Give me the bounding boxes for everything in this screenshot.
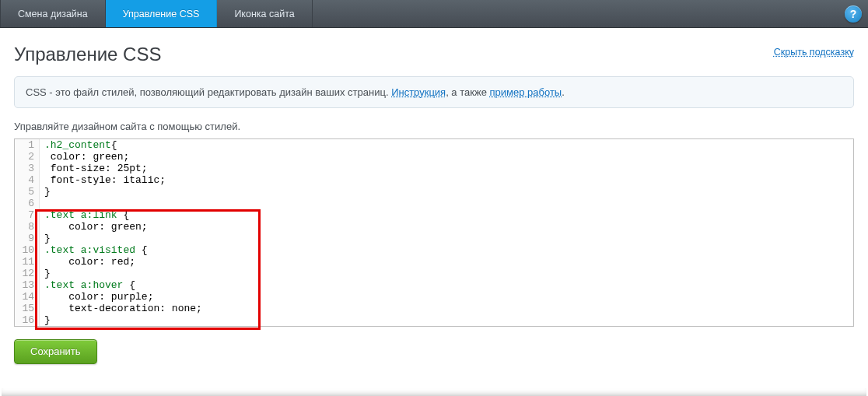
help-glyph: ? — [850, 8, 857, 20]
code-content[interactable]: .text a:hover { — [40, 279, 135, 291]
line-number: 10 — [15, 244, 40, 256]
code-content[interactable]: color: green; — [40, 221, 148, 233]
tab-label: Смена дизайна — [18, 9, 88, 19]
info-box: CSS - это файл стилей, позволяющий редак… — [14, 76, 854, 108]
code-content[interactable]: } — [40, 314, 51, 326]
page-content: Управление CSS Скрыть подсказку CSS - эт… — [0, 28, 868, 378]
line-number: 1 — [15, 139, 40, 151]
line-number: 14 — [15, 291, 40, 303]
code-line[interactable]: 8 color: green; — [15, 221, 853, 233]
code-line[interactable]: 5} — [15, 186, 853, 198]
page-title: Управление CSS — [14, 44, 161, 65]
line-number: 6 — [15, 198, 40, 209]
code-content[interactable]: } — [40, 268, 51, 279]
tab-label: Иконка сайта — [234, 9, 294, 19]
save-button[interactable]: Сохранить — [14, 339, 97, 364]
code-content[interactable]: .text a:visited { — [40, 244, 148, 256]
line-number: 2 — [15, 151, 40, 163]
line-number: 7 — [15, 209, 40, 221]
code-line[interactable]: 1.h2_content{ — [15, 139, 853, 151]
code-line[interactable]: 3 font-size: 25pt; — [15, 163, 853, 174]
code-line[interactable]: 4 font-style: italic; — [15, 174, 853, 186]
code-content[interactable]: color: red; — [40, 256, 135, 268]
hide-hint-link[interactable]: Скрыть подсказку — [774, 47, 854, 58]
code-line[interactable]: 15 text-decoration: none; — [15, 303, 853, 314]
sub-label: Управляйте дизайном сайта с помощью стил… — [14, 121, 854, 132]
tab-manage-css[interactable]: Управление CSS — [106, 0, 218, 27]
code-line[interactable]: 7.text a:link { — [15, 209, 853, 221]
line-number: 5 — [15, 186, 40, 198]
top-tab-bar: Смена дизайна Управление CSS Иконка сайт… — [0, 0, 868, 28]
line-number: 4 — [15, 174, 40, 186]
code-line[interactable]: 12} — [15, 268, 853, 279]
help-icon[interactable]: ? — [845, 5, 862, 23]
code-content[interactable]: text-decoration: none; — [40, 303, 202, 314]
info-text-mid: , а также — [446, 86, 489, 98]
code-line[interactable]: 6 — [15, 198, 853, 209]
code-content[interactable]: .text a:link { — [40, 209, 129, 221]
tab-label: Управление CSS — [123, 9, 200, 19]
line-number: 15 — [15, 303, 40, 314]
code-line[interactable]: 16} — [15, 314, 853, 326]
info-text-post: . — [562, 86, 565, 98]
code-content[interactable]: color: purple; — [40, 291, 153, 303]
css-editor[interactable]: 1.h2_content{2 color: green;3 font-size:… — [14, 138, 854, 327]
code-line[interactable]: 2 color: green; — [15, 151, 853, 163]
code-content[interactable]: color: green; — [40, 151, 129, 163]
line-number: 12 — [15, 268, 40, 279]
page-header: Управление CSS Скрыть подсказку — [14, 44, 854, 65]
instruction-link[interactable]: Инструкция — [391, 86, 446, 98]
code-line[interactable]: 13.text a:hover { — [15, 279, 853, 291]
line-number: 16 — [15, 314, 40, 326]
line-number: 9 — [15, 233, 40, 244]
code-line[interactable]: 10.text a:visited { — [15, 244, 853, 256]
tab-change-design[interactable]: Смена дизайна — [0, 0, 106, 27]
line-number: 8 — [15, 221, 40, 233]
code-content[interactable]: .h2_content{ — [40, 139, 117, 151]
line-number: 13 — [15, 279, 40, 291]
code-line[interactable]: 9} — [15, 233, 853, 244]
line-number: 11 — [15, 256, 40, 268]
code-content[interactable]: font-style: italic; — [40, 174, 166, 186]
code-content[interactable]: } — [40, 233, 51, 244]
code-content[interactable] — [40, 198, 44, 209]
code-line[interactable]: 11 color: red; — [15, 256, 853, 268]
bottom-shadow — [2, 388, 866, 396]
tab-site-icon[interactable]: Иконка сайта — [217, 0, 312, 27]
code-content[interactable]: } — [40, 186, 51, 198]
line-number: 3 — [15, 163, 40, 174]
code-content[interactable]: font-size: 25pt; — [40, 163, 148, 174]
example-link[interactable]: пример работы — [489, 86, 562, 98]
code-line[interactable]: 14 color: purple; — [15, 291, 853, 303]
info-text-pre: CSS - это файл стилей, позволяющий редак… — [26, 86, 391, 98]
